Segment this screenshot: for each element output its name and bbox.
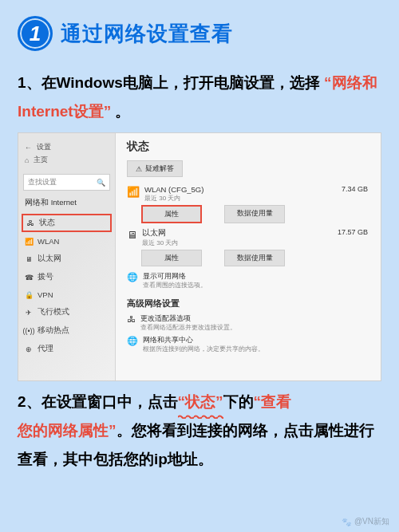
- sidebar-item-ethernet[interactable]: 🖥 以太网: [18, 250, 115, 268]
- data-usage-button[interactable]: 数据使用量: [224, 205, 285, 223]
- search-input[interactable]: 查找设置 🔍: [23, 174, 110, 191]
- option-sub: 根据所连接到的网络，决定要共享的内容。: [143, 345, 264, 353]
- network-sub: 最近 30 天内: [142, 238, 178, 247]
- sidebar-items: 🖧 状态 📶 WLAN 🖥 以太网 ☎ 拨号 🔒 VPN ✈ 飞行模式: [18, 214, 115, 358]
- step2-t2: 下的: [223, 393, 254, 410]
- network-block-wlan: 📶 WLAN (CFG_5G) 最近 30 天内 7.34 GB 属性 数据使用…: [127, 185, 368, 223]
- option-title: 网络和共享中心: [143, 335, 264, 345]
- advanced-settings-title: 高级网络设置: [127, 298, 368, 309]
- properties-button[interactable]: 属性: [141, 205, 202, 223]
- dialup-icon: ☎: [25, 274, 33, 282]
- troubleshoot-button[interactable]: ⚠ 疑难解答: [127, 160, 183, 177]
- search-icon: 🔍: [97, 179, 105, 187]
- sidebar-item-label: 状态: [39, 218, 55, 228]
- warning-icon: ⚠: [136, 165, 142, 173]
- step1-prefix: 1、在Windows电脑上，打开电脑设置，选择: [18, 74, 320, 91]
- home-icon[interactable]: ⌂: [25, 156, 29, 164]
- back-icon[interactable]: ←: [25, 144, 32, 152]
- sidebar-item-label: 代理: [38, 344, 53, 354]
- sidebar-item-label: WLAN: [38, 237, 59, 246]
- paw-icon: 🐾: [342, 518, 351, 526]
- sidebar-item-airplane[interactable]: ✈ 飞行模式: [18, 303, 115, 321]
- troubleshoot-label: 疑难解答: [145, 164, 174, 174]
- ethernet-icon: 🖥: [127, 229, 137, 247]
- step2-t1: 2、在设置窗口中，点击: [18, 393, 178, 410]
- watermark: 🐾 @VN新知: [342, 516, 389, 527]
- show-available-networks[interactable]: 🌐 显示可用网络 查看周围的连接选项。: [127, 271, 368, 290]
- network-block-ethernet: 🖥 以太网 最近 30 天内 17.57 GB 属性 数据使用量: [127, 228, 368, 266]
- globe-icon: 🌐: [127, 272, 138, 282]
- network-usage-gb: 17.57 GB: [338, 228, 368, 236]
- settings-main: 状态 ⚠ 疑难解答 📶 WLAN (CFG_5G) 最近 30 天内 7.34 …: [116, 133, 381, 380]
- sidebar-item-label: 拨号: [38, 272, 53, 282]
- sidebar-item-label: 以太网: [38, 254, 61, 264]
- section-heading: 1 通过网络设置查看: [18, 16, 381, 51]
- option-title: 显示可用网络: [143, 271, 207, 282]
- search-placeholder: 查找设置: [28, 177, 57, 187]
- data-usage-button[interactable]: 数据使用量: [224, 250, 285, 266]
- watermark-text: @VN新知: [354, 516, 389, 527]
- home-label[interactable]: 主页: [34, 155, 48, 165]
- vpn-icon: 🔒: [25, 291, 33, 299]
- step2-h2b: 您的网络属性”: [18, 422, 117, 439]
- properties-button[interactable]: 属性: [141, 250, 202, 266]
- step2-h2a: “查看: [254, 393, 292, 410]
- page-title: 状态: [127, 140, 368, 154]
- sidebar-item-proxy[interactable]: ⊕ 代理: [18, 340, 115, 358]
- wifi-icon: 📶: [127, 186, 140, 203]
- sidebar-item-label: 移动热点: [38, 325, 69, 336]
- option-sub: 查看周围的连接选项。: [143, 282, 207, 290]
- network-sub: 最近 30 天内: [144, 194, 203, 203]
- step-1-text: 1、在Windows电脑上，打开电脑设置，选择 “网络和Internet设置” …: [18, 69, 381, 126]
- settings-sidebar: ← 设置 ⌂ 主页 查找设置 🔍 网络和 Internet 🖧 状态 📶 WLA…: [18, 133, 116, 380]
- sidebar-top: ← 设置 ⌂ 主页: [18, 136, 115, 171]
- heading-text: 通过网络设置查看: [61, 20, 233, 48]
- airplane-icon: ✈: [25, 309, 33, 317]
- sidebar-item-label: VPN: [38, 290, 53, 299]
- network-sharing-center[interactable]: 🌐 网络和共享中心 根据所连接到的网络，决定要共享的内容。: [127, 335, 368, 353]
- sharing-icon: 🌐: [127, 336, 138, 346]
- status-icon: 🖧: [26, 219, 34, 227]
- step-2-text: 2、在设置窗口中，点击“状态”下的“查看您的网络属性”。您将看到连接的网络，点击…: [18, 388, 381, 474]
- option-title: 更改适配器选项: [140, 313, 236, 324]
- step-number-badge: 1: [18, 16, 53, 51]
- wlan-icon: 📶: [25, 238, 33, 246]
- network-usage-gb: 7.34 GB: [342, 185, 368, 193]
- option-sub: 查看网络适配器并更改连接设置。: [140, 324, 236, 332]
- network-name: 以太网: [142, 228, 178, 238]
- sidebar-item-vpn[interactable]: 🔒 VPN: [18, 286, 115, 303]
- step2-h1: “状态”: [178, 388, 223, 416]
- proxy-icon: ⊕: [25, 345, 33, 353]
- hotspot-icon: ((•)): [25, 327, 33, 335]
- sidebar-item-dialup[interactable]: ☎ 拨号: [18, 268, 115, 286]
- window-title: 设置: [37, 142, 51, 152]
- sidebar-category: 网络和 Internet: [18, 194, 115, 212]
- ethernet-icon: 🖥: [25, 255, 33, 263]
- change-adapter-options[interactable]: 🖧 更改适配器选项 查看网络适配器并更改连接设置。: [127, 313, 368, 332]
- sidebar-item-label: 飞行模式: [38, 307, 69, 317]
- sidebar-item-status[interactable]: 🖧 状态: [22, 214, 112, 232]
- sidebar-item-wlan[interactable]: 📶 WLAN: [18, 233, 115, 250]
- sidebar-item-hotspot[interactable]: ((•)) 移动热点: [18, 321, 115, 340]
- network-name: WLAN (CFG_5G): [144, 185, 203, 194]
- settings-screenshot: ← 设置 ⌂ 主页 查找设置 🔍 网络和 Internet 🖧 状态 📶 WLA…: [18, 132, 381, 381]
- step1-suffix: 。: [115, 103, 130, 120]
- adapter-icon: 🖧: [127, 314, 136, 324]
